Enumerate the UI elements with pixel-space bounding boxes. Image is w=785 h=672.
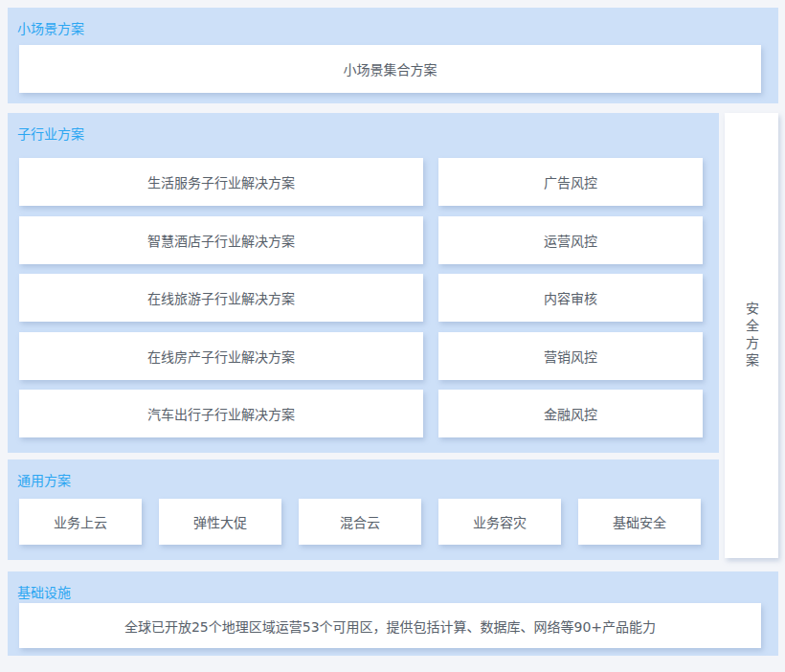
section-title-infrastructure: 基础设施 xyxy=(17,585,71,600)
card-small-scenario-collection[interactable]: 小场景集合方案 xyxy=(19,45,761,93)
section-infrastructure: 基础设施 全球已开放25个地理区域运营53个可用区，提供包括计算、数据库、网络等… xyxy=(8,571,778,656)
card-business-to-cloud[interactable]: 业务上云 xyxy=(19,499,142,545)
solutions-diagram: 小场景方案 小场景集合方案 子行业方案 生活服务子行业解决方案 智慧酒店子行业解… xyxy=(0,0,785,672)
card-business-disaster-recovery[interactable]: 业务容灾 xyxy=(438,499,561,545)
section-title-general: 通用方案 xyxy=(17,473,71,488)
card-security-solution[interactable]: 安全方案 xyxy=(725,113,778,558)
card-content-moderation[interactable]: 内容审核 xyxy=(438,274,703,322)
card-ad-risk-control[interactable]: 广告风控 xyxy=(438,158,703,206)
section-title-sub-industry: 子行业方案 xyxy=(17,126,84,142)
card-sub-industry-smart-hotel[interactable]: 智慧酒店子行业解决方案 xyxy=(19,216,423,264)
section-title-small-scenario: 小场景方案 xyxy=(17,21,84,36)
card-hybrid-cloud[interactable]: 混合云 xyxy=(299,499,421,545)
card-operation-risk-control[interactable]: 运营风控 xyxy=(438,216,703,264)
security-solution-label: 安全方案 xyxy=(742,302,761,370)
section-general: 通用方案 业务上云 弹性大促 混合云 业务容灾 基础安全 xyxy=(8,459,719,560)
card-sub-industry-online-travel[interactable]: 在线旅游子行业解决方案 xyxy=(19,274,423,322)
card-sub-industry-online-realestate[interactable]: 在线房产子行业解决方案 xyxy=(19,332,423,380)
section-sub-industry: 子行业方案 生活服务子行业解决方案 智慧酒店子行业解决方案 在线旅游子行业解决方… xyxy=(8,113,719,453)
card-basic-security[interactable]: 基础安全 xyxy=(578,499,701,545)
card-elastic-promotion[interactable]: 弹性大促 xyxy=(159,499,281,545)
infrastructure-description: 全球已开放25个地理区域运营53个可用区，提供包括计算、数据库、网络等90+产品… xyxy=(19,603,761,648)
card-sub-industry-life-service[interactable]: 生活服务子行业解决方案 xyxy=(19,158,423,206)
section-small-scenario: 小场景方案 小场景集合方案 xyxy=(8,8,778,103)
card-sub-industry-auto-mobility[interactable]: 汽车出行子行业解决方案 xyxy=(19,390,423,437)
card-finance-risk-control[interactable]: 金融风控 xyxy=(438,390,703,437)
card-marketing-risk-control[interactable]: 营销风控 xyxy=(438,332,703,380)
